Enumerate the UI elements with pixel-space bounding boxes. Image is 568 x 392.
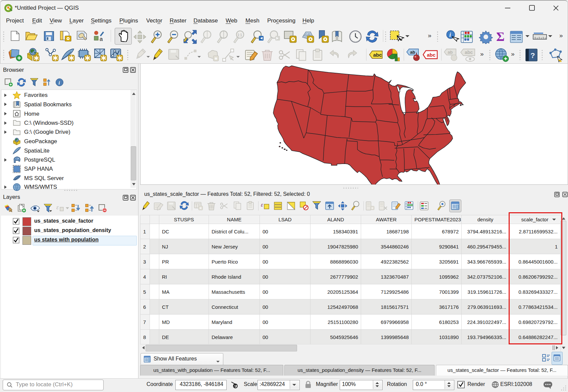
svg-text:abc: abc — [465, 50, 473, 55]
svg-text:i: i — [449, 32, 451, 38]
svg-text:ab: ab — [410, 50, 415, 55]
svg-text:ab: ab — [448, 50, 453, 55]
svg-text:a: a — [100, 36, 103, 41]
svg-text:1:1: 1:1 — [237, 33, 242, 37]
svg-text:?: ? — [530, 51, 535, 60]
svg-text:abc: abc — [373, 52, 382, 58]
svg-text:abc: abc — [427, 52, 436, 58]
svg-text:ε: ε — [56, 204, 59, 211]
svg-text:ε: ε — [261, 202, 263, 208]
